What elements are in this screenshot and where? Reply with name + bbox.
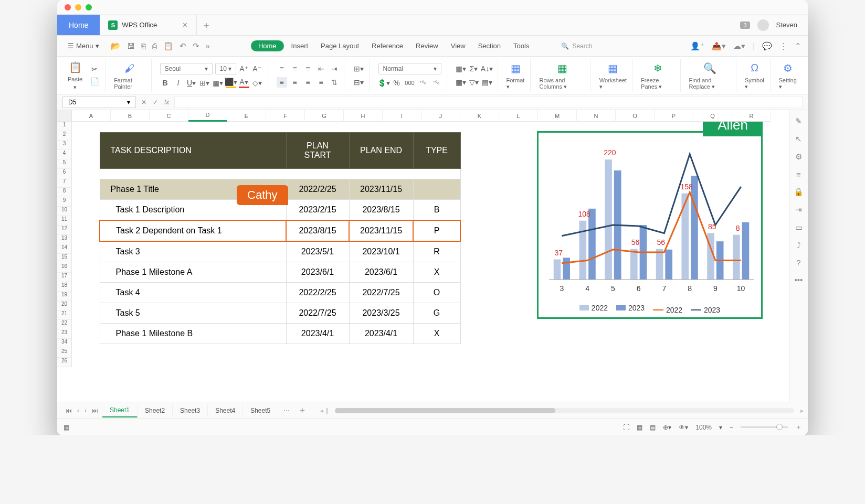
redo-icon[interactable]: ↷ [193,41,199,51]
orientation-icon[interactable]: ⇅ [329,77,340,88]
worksheet-button[interactable]: ▦Worksheet ▾ [597,61,629,90]
row-header[interactable]: 5 [57,159,71,169]
zoom-out-icon[interactable]: − [730,424,733,431]
row-header[interactable]: 14 [57,244,71,254]
sort-icon[interactable]: A↓▾ [482,63,492,74]
column-header[interactable]: K [460,110,499,122]
row-header[interactable]: 26 [57,358,71,367]
comma-icon[interactable]: 000 [405,78,415,88]
column-header[interactable]: J [421,110,460,122]
last-sheet-icon[interactable]: ⏭ [92,407,98,414]
increase-font-icon[interactable]: A⁺ [239,63,249,74]
decrease-decimal-icon[interactable]: ⁻⁰₀ [431,78,441,88]
close-window[interactable] [65,4,71,10]
ribbon-review[interactable]: Review [410,40,444,51]
horizontal-scrollbar[interactable] [335,408,794,413]
add-tab-button[interactable]: ＋ [197,15,216,35]
search-box[interactable]: 🔍 Search [557,40,596,52]
column-header[interactable]: I [383,110,421,122]
column-header[interactable]: F [266,110,305,122]
spreadsheet-grid[interactable]: ABCDEFGHIJKLMNOPQR 123456789101112131415… [57,110,789,402]
export-icon[interactable]: ⇥ [795,205,802,215]
zoom-slider[interactable] [741,426,788,428]
currency-icon[interactable]: 💲▾ [378,78,389,88]
wrap-icon[interactable]: ⊟▾ [354,77,364,88]
freeze-button[interactable]: ❄Freeze Panes ▾ [639,61,677,90]
row-header[interactable]: 10 [57,207,71,216]
column-header[interactable]: H [344,110,383,122]
home-tab[interactable]: Home [57,15,100,35]
row-header[interactable]: 12 [57,226,71,235]
column-header[interactable]: B [111,110,150,122]
fill-down-icon[interactable]: ▤▾ [482,77,492,88]
row-header[interactable]: 21 [57,310,71,320]
column-header[interactable]: M [538,110,577,122]
select-all-corner[interactable] [57,110,72,122]
decrease-indent-icon[interactable]: ⇤ [316,63,326,74]
minimize-window[interactable] [75,4,81,10]
row-header[interactable]: 15 [57,254,71,263]
ribbon-page-layout[interactable]: Page Layout [315,40,364,51]
copy-icon[interactable]: 📄 [89,76,100,87]
column-header[interactable]: L [499,110,538,122]
row-header[interactable]: 4 [57,150,71,159]
ribbon-home[interactable]: Home [251,40,284,51]
prev-sheet-icon[interactable]: ‹ [77,407,79,414]
conditional-format-icon[interactable]: ▦▾ [456,63,466,74]
sum-icon[interactable]: Σ▾ [469,63,479,74]
symbol-button[interactable]: ΩSymbol ▾ [743,61,767,90]
fx-icon[interactable]: fx [164,99,169,106]
clipboard-icon[interactable]: 📋 [163,41,173,51]
font-color-icon[interactable]: A▾ [239,78,249,88]
chart-panel[interactable]: Allen 345678910371082205656158858 2022 2… [537,131,763,319]
format-painter-button[interactable]: 🖌Farmat Painter [112,61,147,90]
percent-icon[interactable]: % [392,78,402,88]
merge-icon[interactable]: ⊞▾ [354,63,364,74]
accept-formula-icon[interactable]: ✓ [153,99,158,106]
rows-cols-button[interactable]: ▦Rows and Columns ▾ [537,61,587,90]
increase-indent-icon[interactable]: ⇥ [329,63,340,74]
upload-icon[interactable]: ⤴ [797,241,801,250]
scan-icon[interactable]: ⛶ [623,424,629,431]
format-button[interactable]: ▦Format ▾ [504,61,528,90]
row-header[interactable]: 6 [57,169,71,178]
align-bottom-icon[interactable]: ≡ [303,63,313,74]
row-header[interactable]: 18 [57,282,71,292]
ribbon-insert[interactable]: Insert [286,40,314,51]
more-quick-icon[interactable]: » [206,41,210,51]
border-icon[interactable]: ⊞▾ [199,78,210,88]
font-size-select[interactable]: 10▾ [215,63,236,74]
column-header[interactable]: E [227,110,266,122]
maximize-window[interactable] [86,4,92,10]
ribbon-section[interactable]: Section [473,40,506,51]
effects-icon[interactable]: ◇▾ [252,78,262,88]
align-right-icon[interactable]: ≡ [303,77,313,88]
row-header[interactable]: 19 [57,292,71,301]
row-header[interactable]: 34 [57,339,71,348]
share-icon[interactable]: 📤▾ [712,41,726,51]
align-left-icon[interactable]: ≡ [277,77,287,88]
align-top-icon[interactable]: ≡ [277,63,287,74]
pen-icon[interactable]: ✎ [795,116,802,126]
screen-icon[interactable]: ▭ [795,223,803,232]
setting-button[interactable]: ⚙Setting ▾ [777,61,799,90]
cancel-formula-icon[interactable]: ✕ [141,99,146,106]
underline-icon[interactable]: U▾ [186,78,197,88]
name-box[interactable]: D5▾ [62,96,136,108]
eye-icon[interactable]: 👁▾ [679,424,688,431]
ribbon-view[interactable]: View [446,40,471,51]
grid-settings-icon[interactable]: ▦ [64,424,69,431]
column-header[interactable]: R [732,110,771,122]
cut-icon[interactable]: ✂ [89,64,100,74]
column-header[interactable]: O [616,110,655,122]
first-sheet-icon[interactable]: ⏮ [66,407,72,414]
font-select[interactable]: Seoui▾ [160,63,213,74]
user-avatar[interactable] [757,19,769,31]
row-header[interactable]: 11 [57,216,71,226]
row-header[interactable]: 8 [57,188,71,197]
zoom-level[interactable]: 100% [695,424,712,431]
justify-icon[interactable]: ≡ [316,77,326,88]
row-header[interactable]: 13 [57,235,71,244]
align-middle-icon[interactable]: ≡ [290,63,300,74]
row-header[interactable]: 17 [57,273,71,282]
